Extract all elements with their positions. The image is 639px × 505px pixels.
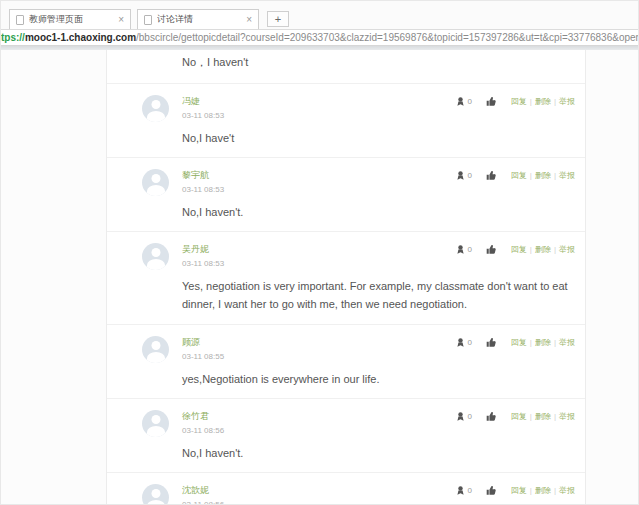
reply-item: 顾源 03-11 08:55 0 回复|删除|举报 xyxy=(107,325,585,399)
reply-time: 03-11 08:56 xyxy=(182,426,455,435)
tab-discussion-detail[interactable]: 讨论详情 × xyxy=(137,9,259,29)
delete-link[interactable]: 删除 xyxy=(535,97,551,106)
reply-text: yes,Negotiation is everywhere in our lif… xyxy=(182,370,575,388)
report-link[interactable]: 举报 xyxy=(559,412,575,421)
avatar[interactable] xyxy=(142,484,169,505)
reply-text: No,I haven't. xyxy=(182,444,575,462)
medal-icon xyxy=(455,485,466,496)
praise-button[interactable]: 0 xyxy=(455,411,471,422)
reply-author[interactable]: 吴丹妮 xyxy=(182,243,455,256)
avatar[interactable] xyxy=(142,169,169,196)
praise-count: 0 xyxy=(467,412,471,421)
replies-panel: No，I haven't 冯婕 03-11 08:53 0 xyxy=(106,50,586,505)
reply-time: 03-11 08:53 xyxy=(182,185,455,194)
like-button[interactable] xyxy=(486,337,497,348)
reply-actions: 0 回复|删除|举报 xyxy=(455,336,575,348)
praise-button[interactable]: 0 xyxy=(455,244,471,255)
reply-author[interactable]: 沈歆妮 xyxy=(182,484,455,497)
reply-link[interactable]: 回复 xyxy=(511,486,527,495)
report-link[interactable]: 举报 xyxy=(559,245,575,254)
tab-teacher-management[interactable]: 教师管理页面 × xyxy=(9,9,131,29)
praise-count: 0 xyxy=(467,245,471,254)
link-separator: | xyxy=(530,171,532,180)
thumbs-up-icon xyxy=(486,96,497,107)
reply-author[interactable]: 冯婕 xyxy=(182,95,455,108)
delete-link[interactable]: 删除 xyxy=(535,412,551,421)
praise-button[interactable]: 0 xyxy=(455,337,471,348)
thumbs-up-icon xyxy=(486,485,497,496)
reply-author[interactable]: 顾源 xyxy=(182,336,455,349)
page-icon xyxy=(16,15,24,25)
link-separator: | xyxy=(530,486,532,495)
medal-icon xyxy=(455,411,466,422)
reply-link[interactable]: 回复 xyxy=(511,338,527,347)
url-path: /bbscircle/gettopicdetail?courseId=20963… xyxy=(136,32,638,43)
delete-link[interactable]: 删除 xyxy=(535,486,551,495)
report-link[interactable]: 举报 xyxy=(559,97,575,106)
medal-icon xyxy=(455,96,466,107)
close-icon[interactable]: × xyxy=(246,15,252,25)
reply-item: 徐竹君 03-11 08:56 0 回复|删除|举报 xyxy=(107,399,585,473)
link-separator: | xyxy=(554,245,556,254)
thumbs-up-icon xyxy=(486,244,497,255)
delete-link[interactable]: 删除 xyxy=(535,171,551,180)
link-separator: | xyxy=(554,97,556,106)
medal-icon xyxy=(455,170,466,181)
like-button[interactable] xyxy=(486,244,497,255)
reply-author[interactable]: 徐竹君 xyxy=(182,410,455,423)
reply-link[interactable]: 回复 xyxy=(511,412,527,421)
reply-text: No,I have't xyxy=(182,129,575,147)
delete-link[interactable]: 删除 xyxy=(535,245,551,254)
discussion-page: No，I haven't 冯婕 03-11 08:53 0 xyxy=(1,50,638,505)
reply-text-partial: No，I haven't xyxy=(107,50,585,84)
report-link[interactable]: 举报 xyxy=(559,486,575,495)
reply-link[interactable]: 回复 xyxy=(511,171,527,180)
avatar[interactable] xyxy=(142,95,169,122)
reply-actions: 0 回复|删除|举报 xyxy=(455,484,575,496)
reply-link[interactable]: 回复 xyxy=(511,97,527,106)
link-separator: | xyxy=(554,338,556,347)
like-button[interactable] xyxy=(486,411,497,422)
like-button[interactable] xyxy=(486,485,497,496)
medal-icon xyxy=(455,337,466,348)
reply-text: Yes, negotiation is very important. For … xyxy=(182,277,575,313)
praise-button[interactable]: 0 xyxy=(455,485,471,496)
praise-count: 0 xyxy=(467,97,471,106)
praise-count: 0 xyxy=(467,171,471,180)
close-icon[interactable]: × xyxy=(118,15,124,25)
reply-actions: 0 回复|删除|举报 xyxy=(455,95,575,107)
reply-text: No,I haven't. xyxy=(182,203,575,221)
reply-time: 03-11 08:53 xyxy=(182,111,455,120)
avatar[interactable] xyxy=(142,336,169,363)
url-domain: mooc1-1.chaoxing.com xyxy=(25,32,136,43)
like-button[interactable] xyxy=(486,96,497,107)
praise-button[interactable]: 0 xyxy=(455,96,471,107)
reply-author[interactable]: 黎宇航 xyxy=(182,169,455,182)
reply-actions: 0 回复|删除|举报 xyxy=(455,243,575,255)
report-link[interactable]: 举报 xyxy=(559,171,575,180)
medal-icon xyxy=(455,244,466,255)
thumbs-up-icon xyxy=(486,411,497,422)
link-separator: | xyxy=(554,486,556,495)
reply-actions: 0 回复|删除|举报 xyxy=(455,410,575,422)
reply-actions: 0 回复|删除|举报 xyxy=(455,169,575,181)
delete-link[interactable]: 删除 xyxy=(535,338,551,347)
url-scheme: tps:// xyxy=(1,32,25,43)
avatar[interactable] xyxy=(142,410,169,437)
report-link[interactable]: 举报 xyxy=(559,338,575,347)
avatar[interactable] xyxy=(142,243,169,270)
link-separator: | xyxy=(554,412,556,421)
reply-time: 03-11 08:56 xyxy=(182,500,455,505)
reply-item: 沈歆妮 03-11 08:56 0 回复|删除|举报 xyxy=(107,473,585,505)
praise-count: 0 xyxy=(467,338,471,347)
tab-bar: 教师管理页面 × 讨论详情 × + xyxy=(1,1,638,29)
like-button[interactable] xyxy=(486,170,497,181)
praise-button[interactable]: 0 xyxy=(455,170,471,181)
reply-link[interactable]: 回复 xyxy=(511,245,527,254)
link-separator: | xyxy=(530,245,532,254)
reply-time: 03-11 08:55 xyxy=(182,352,455,361)
url-bar[interactable]: tps://mooc1-1.chaoxing.com/bbscircle/get… xyxy=(1,29,638,46)
reply-item: 冯婕 03-11 08:53 0 回复|删除|举报 xyxy=(107,84,585,158)
praise-count: 0 xyxy=(467,486,471,495)
new-tab-button[interactable]: + xyxy=(267,11,289,27)
